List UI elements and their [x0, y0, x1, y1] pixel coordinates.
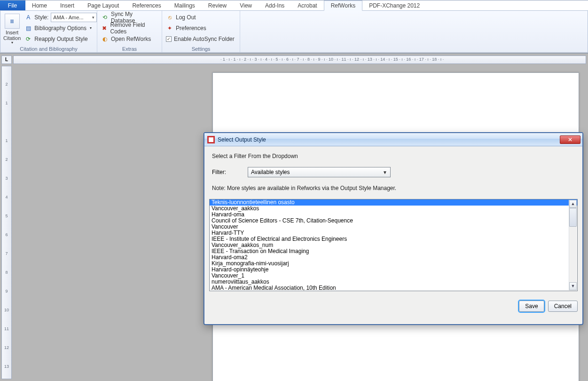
- group-label-extras: Extras: [100, 45, 159, 52]
- tab-insert[interactable]: Insert: [54, 0, 81, 10]
- book-icon: ▤: [24, 24, 32, 32]
- style-list-item[interactable]: Vancouver_aakkos: [210, 206, 577, 212]
- bibliography-options-button[interactable]: ▤ Bibliography Options ▾: [24, 23, 98, 33]
- dialog-header-text: Select a Filter From the Dropdown: [212, 153, 578, 159]
- ruler-tick: 2: [5, 75, 8, 94]
- tab-acrobat[interactable]: Acrobat: [291, 0, 323, 10]
- ruler-tick: 3: [5, 169, 8, 188]
- ribbon-tabbar: File Home Insert Page Layout References …: [0, 0, 588, 10]
- ribbon: ≣ Insert Citation ▾ A Style: AMA - Ame..…: [0, 10, 588, 53]
- ruler-tick: 14: [4, 376, 9, 381]
- tab-home[interactable]: Home: [25, 0, 54, 10]
- log-out-button[interactable]: ⎋ Log Out: [165, 12, 235, 22]
- style-row: A Style: AMA - Ame...▾: [24, 12, 98, 22]
- cancel-button[interactable]: Cancel: [548, 301, 578, 312]
- style-icon: A: [24, 14, 32, 21]
- scroll-thumb[interactable]: [569, 208, 577, 227]
- checkbox-icon: ✓: [166, 36, 172, 42]
- dialog-title: Select Output Style: [218, 136, 266, 143]
- open-refworks-button[interactable]: ◐ Open RefWorks: [100, 34, 159, 44]
- style-list-item[interactable]: Council of Science Editors - CSE 7th, Ci…: [210, 218, 577, 224]
- tab-review[interactable]: Review: [202, 0, 233, 10]
- sync-icon: ⟲: [101, 14, 109, 21]
- ruler-tick: 2: [5, 150, 8, 169]
- style-list-item[interactable]: AMA - American Medical Association, 10th…: [210, 285, 577, 291]
- tab-mailings[interactable]: Mailings: [168, 0, 202, 10]
- tab-refworks[interactable]: RefWorks: [324, 0, 362, 11]
- filter-label: Filter:: [212, 169, 226, 175]
- ruler-tick: 9: [5, 282, 8, 301]
- save-button[interactable]: Save: [519, 301, 544, 312]
- style-list-item[interactable]: Vancouver: [210, 224, 577, 230]
- tab-references[interactable]: References: [125, 0, 167, 10]
- style-list-item[interactable]: IEEE - Transaction on Medical Imaging: [210, 248, 577, 254]
- preferences-button[interactable]: ✦ Preferences: [165, 23, 235, 33]
- logout-icon: ⎋: [166, 14, 173, 21]
- gear-icon: ✦: [166, 24, 173, 32]
- ruler-tick: 13: [4, 357, 9, 376]
- scroll-down-icon[interactable]: ▼: [569, 282, 577, 290]
- tab-page-layout[interactable]: Page Layout: [81, 0, 125, 10]
- style-list-item[interactable]: Harvard-opinnäyteohje: [210, 267, 577, 273]
- insert-citation-button[interactable]: ≣ Insert Citation ▾: [3, 12, 21, 45]
- style-label: Style:: [34, 14, 48, 21]
- style-dropdown[interactable]: AMA - Ame...▾: [51, 13, 97, 22]
- citation-icon: ≣: [10, 18, 14, 24]
- globe-icon: ◐: [101, 35, 109, 43]
- tab-pdf-xchange[interactable]: PDF-XChange 2012: [362, 0, 426, 10]
- ruler-tick: 11: [4, 319, 9, 338]
- select-output-style-dialog: Select Output Style ✕ Select a Filter Fr…: [204, 133, 583, 325]
- group-label-citation: Citation and Bibliography: [3, 45, 94, 52]
- ruler-tick: 8: [5, 263, 8, 282]
- enable-autosync-checkbox[interactable]: ✓ Enable AutoSync Folder: [165, 34, 235, 44]
- tab-add-ins[interactable]: Add-Ins: [259, 0, 291, 10]
- vertical-ruler[interactable]: 21123456789101112131415: [1, 66, 12, 379]
- ruler-tick: 10: [4, 301, 9, 319]
- horizontal-ruler[interactable]: · 1 · ı · 1 · ı · 2 · ı · 3 · ı · 4 · ı …: [13, 56, 586, 64]
- tab-file[interactable]: File: [0, 0, 25, 10]
- ruler-tick: 1: [5, 94, 8, 112]
- ruler-tick: 4: [5, 188, 8, 206]
- reapply-output-style-button[interactable]: ⟳ Reapply Output Style: [24, 34, 98, 44]
- ruler-tick: 7: [5, 244, 8, 263]
- remove-icon: ✖: [101, 24, 108, 32]
- app-icon: [207, 136, 215, 143]
- style-listbox[interactable]: Teknis-luonnontieteellinen osastoVancouv…: [209, 199, 578, 291]
- tab-view[interactable]: View: [233, 0, 259, 10]
- dialog-titlebar[interactable]: Select Output Style ✕: [204, 133, 582, 146]
- dialog-note-text: Note: More styles are available in Refwo…: [212, 185, 578, 191]
- ruler-tick: 6: [5, 225, 8, 244]
- close-icon: ✕: [568, 136, 572, 143]
- chevron-down-icon: ▼: [383, 170, 387, 175]
- style-list-item[interactable]: Teknis-luonnontieteellinen osasto: [210, 199, 577, 206]
- close-button[interactable]: ✕: [560, 135, 580, 144]
- ruler-tick: 5: [5, 206, 8, 225]
- listbox-scrollbar[interactable]: ▲▼: [569, 200, 577, 290]
- ruler-corner[interactable]: L: [1, 56, 12, 64]
- sync-my-database-button[interactable]: ⟲ Sync My Database: [100, 12, 159, 22]
- filter-dropdown[interactable]: Available styles▼: [248, 167, 391, 177]
- ruler-tick: 1: [5, 131, 8, 150]
- remove-field-codes-button[interactable]: ✖ Remove Field Codes: [100, 23, 159, 33]
- refresh-icon: ⟳: [24, 35, 32, 43]
- group-label-settings: Settings: [165, 45, 237, 52]
- ruler-tick: 12: [4, 338, 9, 357]
- scroll-up-icon[interactable]: ▲: [569, 200, 577, 208]
